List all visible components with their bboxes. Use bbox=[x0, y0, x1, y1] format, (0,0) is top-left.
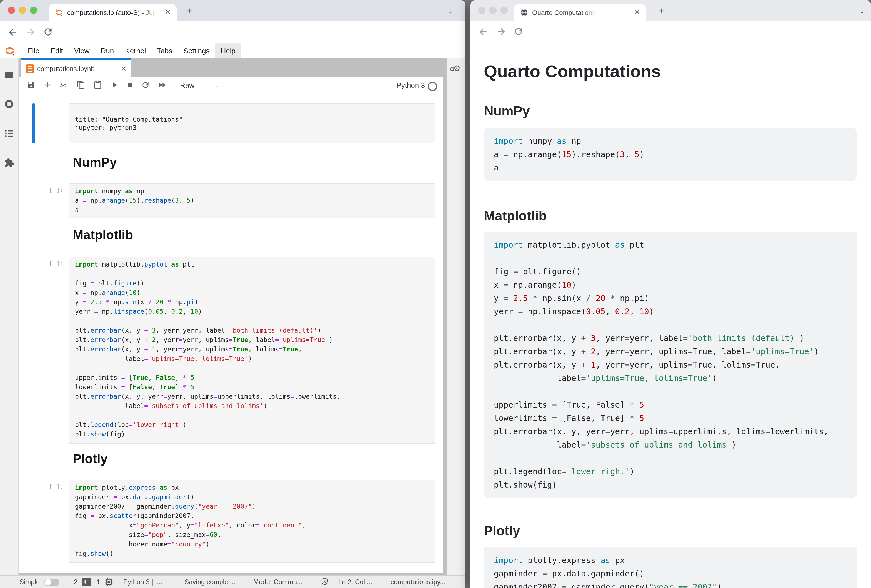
kernel-name-button[interactable]: Python 3 bbox=[397, 81, 425, 90]
kernel-status-icon[interactable] bbox=[428, 82, 437, 91]
jupyter-menu-bar: File Edit View Run Kernel Tabs Settings … bbox=[0, 43, 465, 59]
page-title: Quarto Computations bbox=[484, 62, 661, 82]
close-window-button[interactable] bbox=[8, 7, 15, 14]
cut-cell-button[interactable]: ✂ bbox=[60, 81, 69, 90]
jupyter-dock-panel: computations.ipynb ✕ ⚙⚙ ✂ bbox=[19, 58, 465, 576]
forward-button[interactable] bbox=[25, 27, 37, 38]
tab-list-chevron-icon[interactable]: ⌄ bbox=[448, 7, 453, 15]
saving-status: Saving complet... bbox=[184, 578, 235, 586]
menu-tabs[interactable]: Tabs bbox=[152, 43, 178, 58]
markdown-heading-plotly: Plotly bbox=[73, 451, 108, 466]
save-button[interactable] bbox=[27, 81, 36, 90]
simple-mode-label: Simple bbox=[19, 578, 40, 586]
code-block-matplotlib: import matplotlib.pyplot as plt fig = pl… bbox=[484, 231, 856, 498]
raw-cell-frontmatter[interactable]: ---title: "Quarto Computations"jupyter: … bbox=[69, 103, 436, 143]
code-cell-plotly[interactable]: import plotly.express as pxgapminder = p… bbox=[69, 480, 436, 563]
notebook-tab-close-icon[interactable]: ✕ bbox=[121, 64, 127, 73]
code-block-plotly: import plotly.express as pxgapminder = p… bbox=[484, 547, 856, 588]
copy-cell-button[interactable] bbox=[77, 81, 86, 90]
jupyter-activity-bar bbox=[0, 58, 19, 576]
execution-prompt: [ ]: bbox=[49, 483, 68, 490]
jupyter-favicon bbox=[55, 8, 63, 16]
cell-type-dropdown[interactable]: Raw bbox=[180, 81, 195, 90]
jupyterlab-browser-window: computations.ip (auto-S) - Jup ✕ + ⌄ loc… bbox=[0, 0, 465, 588]
reload-button[interactable] bbox=[513, 26, 525, 38]
interrupt-kernel-button[interactable] bbox=[126, 81, 135, 90]
menu-kernel[interactable]: Kernel bbox=[120, 43, 151, 58]
close-window-button[interactable] bbox=[478, 7, 485, 14]
paste-cell-button[interactable] bbox=[93, 81, 103, 90]
desktop: computations.ip (auto-S) - Jup ✕ + ⌄ loc… bbox=[0, 0, 871, 588]
right-browser-toolbar: localhost:7896 Z JJ bbox=[470, 21, 871, 43]
simple-mode-toggle[interactable] bbox=[45, 579, 60, 586]
terminal-icon: $_ bbox=[82, 578, 91, 586]
property-inspector-gears-icon[interactable]: ⚙⚙ bbox=[449, 63, 461, 73]
jupyter-logo bbox=[4, 45, 16, 57]
browser-tab-jupyter[interactable]: computations.ip (auto-S) - Jup ✕ bbox=[49, 4, 177, 21]
tab-title: Quarto Computations bbox=[532, 9, 596, 16]
execution-prompt: [ ]: bbox=[49, 260, 68, 267]
running-kernels-icon[interactable] bbox=[4, 99, 15, 109]
restart-kernel-button[interactable] bbox=[141, 81, 151, 90]
menu-file[interactable]: File bbox=[22, 43, 45, 58]
notebook-cells-area: ---title: "Quarto Computations"jupyter: … bbox=[19, 94, 443, 573]
menu-settings[interactable]: Settings bbox=[178, 43, 215, 58]
menu-help[interactable]: Help bbox=[215, 43, 241, 58]
trust-shield-icon bbox=[320, 578, 329, 586]
terminals-count: 2 bbox=[74, 578, 78, 586]
browser-tab-quarto[interactable]: Quarto Computations ✕ bbox=[514, 4, 646, 21]
kernel-status-text[interactable]: Python 3 | I... bbox=[123, 578, 163, 586]
zoom-window-button[interactable] bbox=[500, 7, 508, 14]
cell-selection-bar bbox=[32, 103, 35, 143]
minimize-window-button[interactable] bbox=[19, 7, 26, 14]
notebook-tab-title: computations.ipynb bbox=[37, 65, 95, 73]
notebook-panel: ✂ bbox=[19, 77, 443, 573]
mode-indicator[interactable]: Mode: Comma... bbox=[253, 578, 302, 586]
run-cell-button[interactable] bbox=[110, 81, 120, 90]
tab-list-chevron-icon[interactable]: ⌄ bbox=[859, 7, 865, 15]
section-heading-numpy: NumPy bbox=[484, 103, 856, 129]
new-tab-button[interactable]: + bbox=[657, 7, 666, 16]
cursor-position[interactable]: Ln 2, Col ... bbox=[338, 578, 373, 586]
back-button[interactable] bbox=[7, 27, 19, 38]
new-tab-button[interactable]: + bbox=[185, 7, 194, 16]
tab-title: computations.ip (auto-S) - Jup bbox=[67, 9, 156, 16]
notebook-icon bbox=[26, 64, 34, 73]
notebook-toolbar: ✂ bbox=[19, 77, 443, 94]
tab-close-icon[interactable]: ✕ bbox=[633, 8, 641, 16]
tab-close-icon[interactable]: ✕ bbox=[164, 8, 172, 16]
table-of-contents-icon[interactable] bbox=[4, 128, 15, 139]
quarto-browser-window: Quarto Computations ✕ + ⌄ localhost:7896 bbox=[470, 0, 871, 588]
menu-run[interactable]: Run bbox=[95, 43, 120, 58]
right-sidebar-strip: ⚙⚙ bbox=[447, 58, 465, 576]
run-all-cells-button[interactable] bbox=[158, 81, 167, 90]
kernel-chip-icon bbox=[105, 578, 113, 587]
chevron-down-icon[interactable]: ⌄ bbox=[214, 82, 219, 90]
file-browser-icon[interactable] bbox=[4, 69, 15, 80]
back-button[interactable] bbox=[478, 26, 489, 38]
menu-edit[interactable]: Edit bbox=[45, 43, 69, 58]
code-cell-matplotlib[interactable]: import matplotlib.pyplot as plt fig = pl… bbox=[69, 257, 436, 444]
code-block-numpy: import numpy as npa = np.arange(15).resh… bbox=[484, 128, 856, 181]
add-cell-button[interactable] bbox=[43, 81, 53, 90]
reload-button[interactable] bbox=[43, 27, 54, 38]
forward-button[interactable] bbox=[495, 26, 507, 38]
section-heading-matplotlib: Matplotlib bbox=[484, 208, 856, 234]
markdown-heading-numpy: NumPy bbox=[73, 155, 117, 170]
left-tab-strip: computations.ip (auto-S) - Jup ✕ + ⌄ bbox=[0, 0, 465, 21]
right-tab-strip: Quarto Computations ✕ + ⌄ bbox=[470, 0, 871, 21]
kernels-count: 1 bbox=[97, 578, 100, 586]
code-cell-numpy[interactable]: import numpy as npa = np.arange(15).resh… bbox=[69, 183, 436, 218]
extension-manager-icon[interactable] bbox=[4, 158, 15, 168]
jupyter-status-bar: Simple 2 $_ 1 Python 3 | I... Saving com… bbox=[0, 575, 465, 588]
execution-prompt: [ ]: bbox=[49, 187, 68, 194]
minimize-window-button[interactable] bbox=[489, 7, 497, 14]
quarto-page: Quarto Computations NumPy import numpy a… bbox=[470, 42, 871, 588]
status-file-name: computations.ipy... bbox=[391, 578, 446, 586]
left-browser-toolbar: localhost:8889/lab/workspaces/auto-S/tre… bbox=[0, 21, 465, 44]
menu-view[interactable]: View bbox=[69, 43, 95, 58]
menu-items: File Edit View Run Kernel Tabs Settings … bbox=[22, 43, 241, 58]
zoom-window-button[interactable] bbox=[30, 7, 37, 14]
globe-favicon bbox=[520, 8, 528, 16]
notebook-tab[interactable]: computations.ipynb ✕ bbox=[21, 58, 131, 79]
